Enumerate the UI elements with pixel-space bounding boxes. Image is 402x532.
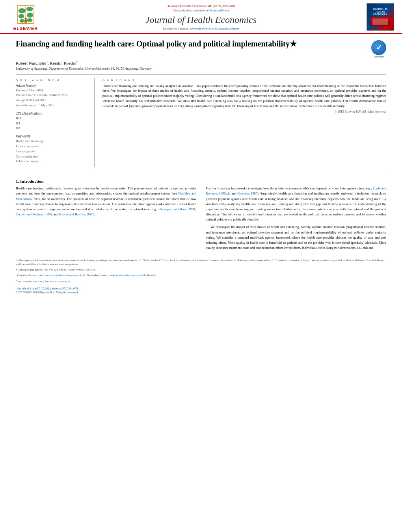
svg-point-2: [18, 8, 25, 13]
copyright-line: © 2015 Elsevier B.V. All rights reserved…: [102, 110, 386, 113]
keyword-5: Political economy: [16, 159, 89, 164]
body-section: 1. Introduction Health care funding trad…: [0, 179, 402, 253]
body-col-left: Health care funding traditionally receiv…: [16, 186, 196, 253]
badge-title: JOURNAL OFHEALTHECONOMICS: [373, 8, 387, 16]
available-date: Available online 15 May 2015: [16, 103, 89, 108]
body-col-right: Positive financing frameworks investigat…: [206, 186, 386, 253]
keyword-3: Service quality: [16, 149, 89, 154]
article-title: Financing and funding health care: Optim…: [16, 39, 297, 49]
authors-line: Robert Nuscheler1, Kerstin Roeder*: [16, 60, 386, 65]
footnote-star: ☆ The paper gained from discussions with…: [16, 259, 386, 267]
issn-line: 0167-6296/© 2015 Elsevier B.V. All right…: [0, 291, 402, 294]
doi-line[interactable]: http://dx.doi.org/10.1016/j.jhealeco.201…: [0, 287, 402, 290]
section-separator: [16, 173, 386, 173]
journal-center-header: Journal of Health Economics 42 (2015) 19…: [43, 4, 359, 30]
keyword-2: Provider payment: [16, 144, 89, 149]
svg-point-8: [24, 17, 27, 20]
svg-point-7: [26, 18, 32, 22]
abstract-text: Health care financing and funding are us…: [102, 83, 386, 109]
title-star: ★: [290, 39, 297, 48]
epple-link[interactable]: Epple and Romano, 1996a,b: [206, 186, 386, 195]
keywords-label: Keywords:: [16, 134, 89, 138]
author2-superscript: *: [76, 60, 78, 63]
blomqvist-link[interactable]: Blomqvist and Horn, 1984: [158, 207, 195, 211]
received-revised-date: Received in revised form 10 March 2015: [16, 93, 89, 98]
gouveia-link[interactable]: Gouveia, 1997: [237, 191, 257, 195]
intro-left-p1: Health care funding traditionally receiv…: [16, 186, 196, 217]
info-abstract-row: A R T I C L E I N F O Article history: R…: [16, 74, 386, 168]
crossmark-area: ✓ CrossMark: [371, 40, 386, 58]
jel-classification: JEL classification: H24I14I18: [16, 111, 89, 131]
journal-badge: JOURNAL OFHEALTHECONOMICS: [367, 3, 394, 31]
history-label: Article history:: [16, 83, 89, 87]
keyword-1: Health care financing: [16, 139, 89, 144]
footnote-emails: E-mail addresses: robert.nuscheler@wiwi.…: [16, 274, 386, 278]
keywords-section: Keywords: Health care financing Provider…: [16, 134, 89, 164]
sciencedirect-link[interactable]: ScienceDirect: [210, 9, 229, 12]
intro-right-p1: Positive financing frameworks investigat…: [206, 186, 386, 222]
article-info-title: A R T I C L E I N F O: [16, 78, 89, 82]
intro-heading: 1. Introduction: [16, 179, 386, 184]
journal-header: ELSEVIER Journal of Health Economics 42 …: [0, 0, 402, 34]
author2-name: , Kerstin Roeder: [48, 61, 76, 65]
author1-name: Robert Nuscheler: [16, 61, 46, 65]
section-title: Introduction: [20, 179, 44, 184]
section-number: 1.: [16, 179, 19, 184]
journal-top-link[interactable]: Journal of Health Economics 42 (2015) 19…: [43, 4, 359, 8]
crossmark-label: CrossMark: [374, 56, 384, 58]
elsevier-logo-area: ELSEVIER: [8, 4, 43, 31]
footnote-section: ☆ The paper gained from discussions with…: [0, 257, 402, 284]
article-history: Article history: Received 2 July 2014 Re…: [16, 83, 89, 108]
journal-homepage-line: journal homepage: www.elsevier.com/locat…: [43, 27, 359, 30]
email2-link[interactable]: kerstin.roeder@wiwi.uni-augsburg.de: [100, 274, 142, 277]
jel-label: JEL classification:: [16, 111, 89, 115]
affiliation: University of Augsburg, Department of Ec…: [16, 67, 386, 70]
doi-link[interactable]: http://dx.doi.org/10.1016/j.jhealeco.201…: [16, 287, 78, 290]
svg-point-6: [19, 19, 24, 22]
svg-rect-9: [24, 20, 27, 22]
keyword-4: Cost containment: [16, 154, 89, 159]
breyer-link[interactable]: Breyer and Haufler, 2000: [59, 212, 93, 216]
article-info-column: A R T I C L E I N F O Article history: R…: [16, 78, 95, 168]
chalkley-link[interactable]: Chalkley and Malcomson, 2000: [16, 191, 196, 200]
footnote-asterisk: * Corresponding author. Tel.: +49 821 59…: [16, 268, 386, 272]
homepage-url[interactable]: www.elsevier.com/locate/econbase: [190, 27, 239, 30]
footnote-1: 1 Tel.: +49 821 598 4202; fax: +49 821 5…: [16, 279, 386, 284]
article-section: Financing and funding health care: Optim…: [0, 34, 402, 167]
elsevier-brand: ELSEVIER: [13, 26, 38, 31]
abstract-column: A B S T R A C T Health care financing an…: [102, 78, 386, 168]
intro-two-col: Health care funding traditionally receiv…: [16, 186, 386, 253]
contents-available-line: Contents lists available at ScienceDirec…: [43, 9, 359, 12]
email1-link[interactable]: robert.nuscheler@wiwi.uni-augsburg.de: [38, 274, 82, 277]
svg-point-4: [18, 14, 24, 18]
journal-title: Journal of Health Economics: [43, 15, 359, 25]
svg-point-5: [26, 12, 33, 17]
journal-badge-area: JOURNAL OFHEALTHECONOMICS: [359, 3, 394, 31]
elsevier-tree-icon: [13, 4, 39, 25]
abstract-title: A B S T R A C T: [102, 78, 386, 82]
cremer-link[interactable]: Cremer and Pestieau, 1996: [16, 212, 52, 216]
accepted-date: Accepted 20 April 2015: [16, 98, 89, 103]
jel-codes: H24I14I18: [16, 116, 89, 131]
svg-point-3: [26, 7, 33, 11]
intro-right-p2: We investigate the impact of three modes…: [206, 224, 386, 250]
crossmark-icon: ✓: [371, 40, 386, 55]
received-date: Received 2 July 2014: [16, 88, 89, 93]
article-title-row: Financing and funding health care: Optim…: [16, 39, 386, 58]
